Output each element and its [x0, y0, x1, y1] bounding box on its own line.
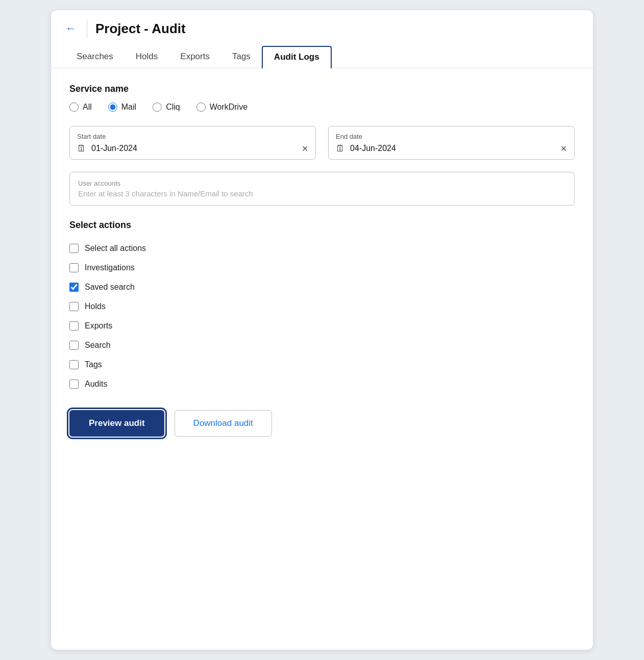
checkbox-investigations[interactable]: Investigations: [69, 258, 575, 277]
start-date-clear-icon[interactable]: ✕: [302, 144, 308, 154]
checkbox-audits[interactable]: Audits: [69, 374, 575, 394]
start-date-calendar-icon: 🗓: [77, 143, 86, 154]
service-name-title: Service name: [69, 84, 575, 94]
tabs-bar: Searches Holds Exports Tags Audit Logs: [51, 46, 593, 68]
end-date-calendar-icon: 🗓: [336, 143, 345, 154]
checkbox-search[interactable]: Search: [69, 336, 575, 355]
tab-exports[interactable]: Exports: [169, 46, 221, 68]
checkbox-exports-label: Exports: [85, 321, 112, 331]
radio-all[interactable]: All: [69, 103, 92, 112]
checkbox-holds-label: Holds: [85, 302, 106, 311]
header-divider: [87, 19, 87, 38]
page-title: Project - Audit: [95, 21, 186, 37]
footer-buttons: Preview audit Download audit: [69, 410, 575, 442]
actions-section: Select actions Select all actions Invest…: [69, 220, 575, 394]
end-date-clear-icon[interactable]: ✕: [560, 144, 567, 154]
header: ← Project - Audit: [51, 10, 593, 38]
checkbox-investigations-input[interactable]: [69, 263, 79, 272]
tab-searches[interactable]: Searches: [65, 46, 125, 68]
end-date-label: End date: [336, 133, 567, 140]
radio-mail[interactable]: Mail: [108, 103, 136, 112]
start-date-inner: 🗓 01-Jun-2024 ✕: [77, 143, 308, 154]
checkbox-select-all[interactable]: Select all actions: [69, 239, 575, 258]
radio-workdrive-input[interactable]: [196, 103, 206, 112]
radio-workdrive-label: WorkDrive: [210, 103, 247, 112]
radio-workdrive[interactable]: WorkDrive: [196, 103, 247, 112]
user-accounts-placeholder: Enter at least 3 characters in Name/Emai…: [78, 189, 566, 198]
tab-audit-logs[interactable]: Audit Logs: [262, 46, 332, 68]
preview-audit-button[interactable]: Preview audit: [69, 410, 164, 437]
start-date-value: 01-Jun-2024: [91, 144, 296, 153]
radio-cliq[interactable]: Cliq: [153, 103, 180, 112]
download-audit-button[interactable]: Download audit: [175, 410, 272, 437]
checkbox-investigations-label: Investigations: [85, 263, 135, 272]
checkbox-tags-label: Tags: [85, 360, 102, 369]
checkbox-exports-input[interactable]: [69, 321, 79, 331]
checkbox-saved-search-input[interactable]: [69, 283, 79, 292]
main-card: ← Project - Audit Searches Holds Exports…: [51, 10, 593, 650]
content-area: Service name All Mail Cliq WorkDrive Sta: [51, 68, 593, 457]
start-date-field[interactable]: Start date 🗓 01-Jun-2024 ✕: [69, 126, 316, 160]
checkbox-select-all-label: Select all actions: [85, 244, 146, 253]
end-date-value: 04-Jun-2024: [350, 144, 555, 153]
user-accounts-label: User accounts: [78, 180, 566, 187]
checkbox-select-all-input[interactable]: [69, 244, 79, 253]
checkbox-audits-input[interactable]: [69, 379, 79, 389]
checkbox-saved-search[interactable]: Saved search: [69, 277, 575, 297]
radio-all-label: All: [83, 103, 92, 112]
end-date-inner: 🗓 04-Jun-2024 ✕: [336, 143, 567, 154]
radio-cliq-input[interactable]: [153, 103, 162, 112]
tab-tags[interactable]: Tags: [221, 46, 262, 68]
radio-all-input[interactable]: [69, 103, 79, 112]
checkbox-saved-search-label: Saved search: [85, 283, 135, 292]
checkbox-search-input[interactable]: [69, 341, 79, 350]
checkbox-exports[interactable]: Exports: [69, 316, 575, 336]
user-accounts-field[interactable]: User accounts Enter at least 3 character…: [69, 172, 575, 206]
checkbox-search-label: Search: [85, 341, 111, 350]
checkbox-holds-input[interactable]: [69, 302, 79, 311]
checkbox-tags-input[interactable]: [69, 360, 79, 369]
tab-holds[interactable]: Holds: [125, 46, 169, 68]
select-actions-title: Select actions: [69, 220, 575, 231]
radio-mail-label: Mail: [121, 103, 136, 112]
checkbox-tags[interactable]: Tags: [69, 355, 575, 374]
checkbox-group: Select all actions Investigations Saved …: [69, 239, 575, 394]
back-button[interactable]: ←: [63, 20, 79, 37]
service-name-radio-group: All Mail Cliq WorkDrive: [69, 103, 575, 112]
checkbox-holds[interactable]: Holds: [69, 297, 575, 316]
checkbox-audits-label: Audits: [85, 379, 107, 389]
back-icon: ←: [65, 22, 77, 35]
end-date-field[interactable]: End date 🗓 04-Jun-2024 ✕: [328, 126, 575, 160]
date-row: Start date 🗓 01-Jun-2024 ✕ End date 🗓 04…: [69, 126, 575, 160]
start-date-label: Start date: [77, 133, 308, 140]
radio-mail-input[interactable]: [108, 103, 117, 112]
radio-cliq-label: Cliq: [166, 103, 180, 112]
